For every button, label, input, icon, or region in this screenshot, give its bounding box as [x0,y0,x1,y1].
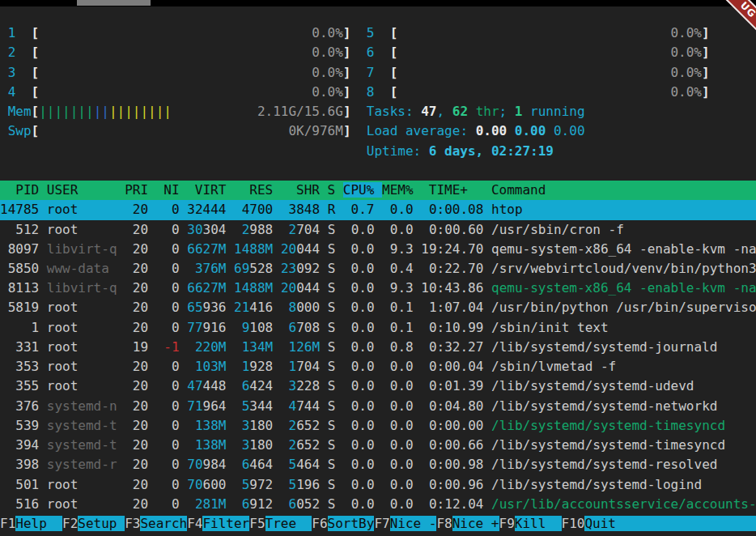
time-cell: 0:32.27 [421,339,483,355]
table-header-columns[interactable]: MEM% TIME+ Command [382,182,756,198]
process-row-8113[interactable]: 8113 libvirt-q 20 0 6627M 1488M 20044 S … [0,279,756,298]
space [156,241,172,257]
cpu-meter-row-1: 1 [ 0.0%] 5 [ 0.0%] [0,23,756,43]
space [39,339,47,355]
process-row-376[interactable]: 376 systemd-n 20 0 71964 5344 4744 S 0.0… [0,397,756,416]
ni-cell: 0 [172,398,180,414]
fkey-tree[interactable]: F5Tree [249,516,312,531]
space [180,339,188,355]
space [148,437,156,453]
space [483,339,491,355]
state-cell: S [328,320,336,335]
virt-cell: 6627M [187,280,226,296]
space [117,339,125,355]
process-row-14785[interactable]: 14785 root 20 0 32444 4700 3848 R 0.7 0.… [0,200,756,219]
table-header-columns[interactable]: PID USER PRI NI VIRT RES SHR S [0,182,343,198]
space [281,437,289,453]
time-cell: 0:04.80 [421,398,483,414]
cpu-meter-5: 5 [ 0.0%] [367,25,710,40]
space [180,280,188,296]
space [414,241,422,257]
command-cell: /lib/systemd/systemd-udevd [491,378,694,393]
space [414,378,422,393]
cpu-percent-cell: 0.0 [343,359,375,374]
process-row-501[interactable]: 501 root 20 0 70600 5972 5196 S 0.0 0.0 … [0,475,756,495]
space [156,457,172,472]
space [180,437,188,453]
meter-open-bracket: [ [32,25,40,40]
space [320,437,328,453]
sort-column-cpu[interactable]: CPU% [343,182,382,198]
space [156,477,172,492]
fkey-quit[interactable]: F10Quit [562,516,756,531]
fkey-nice[interactable]: F8Nice + [436,516,499,531]
fkey-kill[interactable]: F9Kill [499,516,562,531]
table-header[interactable]: PID USER PRI NI VIRT RES SHR S CPU% MEM%… [0,181,756,200]
process-row-394[interactable]: 394 systemd-t 20 0 138M 3180 2652 S 0.0 … [0,436,756,455]
process-row-5850[interactable]: 5850 www-data 20 0 376M 69528 23092 S 0.… [0,259,756,279]
space [483,457,491,472]
meter-track [39,25,312,40]
shr-cell: 2 [289,418,297,433]
process-row-331[interactable]: 331 root 19 -1 220M 134M 126M S 0.0 0.8 … [0,338,756,357]
space [148,378,156,393]
pid-cell: 5819 [0,300,39,315]
space [273,202,281,217]
fkey-search[interactable]: F3Search [125,516,187,531]
space [148,457,156,472]
space [483,398,491,414]
process-row-516[interactable]: 516 root 20 0 281M 6912 6052 S 0.0 0.0 0… [0,495,756,514]
shr-cell: 23 [281,261,296,276]
fkey-setup[interactable]: F2Setup [62,516,125,531]
fkey-sortby[interactable]: F6SortBy [312,516,374,531]
load-average-part: 0.00 [476,123,515,138]
space [375,280,383,296]
fkey-filter[interactable]: F4Filter [187,516,249,531]
process-row-398[interactable]: 398 systemd-r 20 0 70984 6464 5464 S 0.0… [0,455,756,474]
shr-cell: 20 [281,280,296,296]
space [335,320,343,335]
user-cell: systemd-r [47,457,117,472]
pid-cell: 501 [0,477,39,492]
shr-cell: 744 [296,398,320,414]
space [117,359,125,374]
time-cell: 0:01.39 [421,378,483,393]
res-cell: 4700 [242,202,274,217]
res-cell: 912 [249,496,273,512]
process-row-512[interactable]: 512 root 20 0 30304 2988 2704 S 0.0 0.0 … [0,220,756,240]
state-cell: S [328,280,336,296]
space [281,457,289,472]
state-cell: S [328,378,336,393]
process-row-539[interactable]: 539 systemd-t 20 0 138M 3180 2652 S 0.0 … [0,416,756,436]
process-row-353[interactable]: 353 root 20 0 103M 1928 1704 S 0.0 0.0 0… [0,357,756,376]
space [273,477,281,492]
pri-cell: 20 [125,300,148,315]
time-cell: 10:43.86 [421,280,483,296]
space [180,477,188,492]
ni-cell: 0 [172,359,180,374]
fkey-nice[interactable]: F7Nice - [374,516,436,531]
ni-cell: 0 [172,477,180,492]
process-row-8097[interactable]: 8097 libvirt-q 20 0 6627M 1488M 20044 S … [0,240,756,259]
fkey-label: SortBy [328,516,375,531]
space [156,280,172,296]
load-average: Load average: 0.00 0.00 0.00 [367,123,585,138]
res-cell: 3 [242,418,250,433]
pid-cell: 539 [0,418,39,433]
fkey-label: Search [140,516,187,531]
cpu-meter-row-4: 4 [ 0.0%] 8 [ 0.0%] [0,83,756,102]
cpu-meter-value: 0.0% [670,84,702,100]
process-row-5819[interactable]: 5819 root 20 0 65936 21416 8000 S 0.0 0.… [0,298,756,317]
virt-cell: 30 [187,222,202,237]
process-row-355[interactable]: 355 root 20 0 47448 6424 3228 S 0.0 0.0 … [0,376,756,396]
shr-cell: 228 [296,378,320,393]
cpu-percent-cell: 0.0 [343,241,375,257]
space [148,320,156,335]
space [187,359,195,374]
space [148,300,156,315]
process-row-1[interactable]: 1 root 20 0 77916 9108 6708 S 0.0 0.1 0:… [0,318,756,338]
shr-cell: 704 [296,222,320,237]
shr-cell: 708 [296,320,320,335]
fkey-help[interactable]: F1Help [0,516,62,531]
cpu-percent-cell: 0.0 [343,477,375,492]
